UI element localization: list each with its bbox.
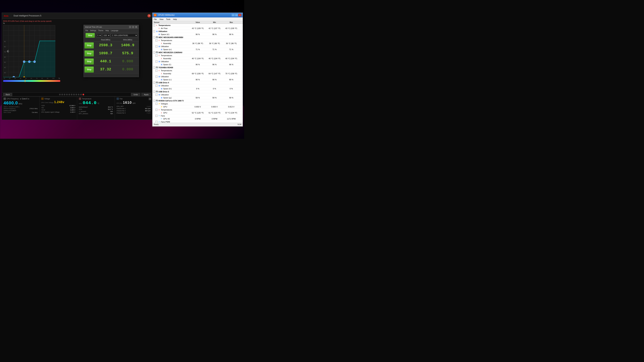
tree-expand-25[interactable]: - <box>153 100 155 102</box>
core-prev-btn[interactable]: ◄ <box>20 98 21 100</box>
tree-expand-5[interactable]: - <box>156 39 158 41</box>
tree-value-21: 0 % <box>189 88 206 90</box>
tree-item-0[interactable]: -🌡Temperatures <box>152 24 243 27</box>
tree-expand-26[interactable]: - <box>156 103 158 105</box>
tree-expand-30[interactable]: - <box>156 115 158 117</box>
tree-item-15[interactable]: -🌡Temperatures <box>152 69 243 72</box>
gear-button[interactable]: ⚙ <box>148 97 151 100</box>
close-button[interactable]: ✕ <box>148 14 151 17</box>
dot-11[interactable] <box>82 94 84 95</box>
hwmon-menu-file[interactable]: File <box>153 18 158 21</box>
tree-item-9[interactable]: -💾WDC WD10EZEX-21M2NA0 <box>152 51 243 54</box>
interval-menu-help[interactable]: Help <box>105 30 110 31</box>
disk-icon-4: 💾 <box>156 36 158 38</box>
dot-3[interactable] <box>64 94 66 95</box>
stop-btn-2[interactable]: Stop <box>84 50 94 56</box>
dot-6[interactable] <box>71 94 72 95</box>
tree-expand-15[interactable]: - <box>156 69 158 71</box>
tree-item-20[interactable]: -▦Utilization <box>152 84 243 87</box>
tree-item-30[interactable]: -⟳Fans <box>152 114 243 117</box>
dot-9[interactable] <box>78 94 80 95</box>
dot-10[interactable] <box>80 94 82 95</box>
drive-select[interactable]: C: 90% (428/476GiB) <box>111 34 138 37</box>
tree-item-19[interactable]: -💾USB Drive 4 <box>152 81 243 84</box>
core-next-btn[interactable]: ► <box>28 98 30 100</box>
tree-expand-22[interactable]: - <box>153 91 155 93</box>
tree-expand-10[interactable]: - <box>156 54 158 56</box>
tree-expand-0[interactable]: - <box>153 24 155 26</box>
tree-item-10[interactable]: -🌡Temperatures <box>152 54 243 57</box>
tree-label-22: USB Drive 5 <box>158 91 189 93</box>
tree-item-4[interactable]: -💾WDC WD15EARS-00MVWB0 <box>152 36 243 39</box>
top-stop-button[interactable]: Stop <box>86 33 95 38</box>
fan-label-opt: CPU_OPT <box>116 105 124 108</box>
interval-menu-language[interactable]: Language <box>110 30 119 31</box>
tree-value-3: 96 % <box>189 33 206 35</box>
core-nav: ◄ Core 0 ► <box>20 98 30 100</box>
interval-minimize-btn[interactable]: ─ <box>129 26 131 28</box>
interval-close-btn[interactable]: ✕ <box>135 26 137 28</box>
tree-expand-28[interactable]: - <box>156 109 158 111</box>
dot-2[interactable] <box>62 94 63 95</box>
interval-menu-theme[interactable]: Theme <box>98 30 104 31</box>
tree-expand-17[interactable]: - <box>156 76 158 78</box>
hwmon-close-btn[interactable]: ✕ <box>238 14 241 16</box>
tree-expand-4[interactable]: - <box>153 36 155 38</box>
hwmon-menu-view[interactable]: View <box>159 18 164 21</box>
hwmon-maximize-btn[interactable]: □ <box>235 14 238 16</box>
tree-expand-19[interactable]: - <box>153 82 155 84</box>
tree-expand-12[interactable]: - <box>156 60 158 62</box>
tree-expand-23[interactable]: - <box>156 94 158 96</box>
tree-max-1: 43 °C (109 °F) <box>223 27 240 29</box>
tree-item-32[interactable]: -⟳Fans PWM <box>152 120 243 123</box>
stop-btn-1[interactable]: Stop <box>84 42 94 48</box>
dot-8[interactable] <box>76 94 77 95</box>
hwmon-menu-help[interactable]: Help <box>172 18 178 21</box>
dot-4[interactable] <box>66 94 68 95</box>
chip-icon-21: ▦ <box>160 87 163 90</box>
hwmon-tree[interactable]: -🌡Temperatures🌡Air Flow43 °C (109 °F)42 … <box>152 24 243 123</box>
tree-expand-7[interactable]: - <box>156 45 158 47</box>
tree-item-7[interactable]: -▦Utilization <box>152 45 243 48</box>
hwmon-menu-tools[interactable]: Tools <box>165 18 171 21</box>
tree-item-17[interactable]: -▦Utilization <box>152 75 243 78</box>
tree-expand-14[interactable]: - <box>153 66 155 68</box>
tree-item-23[interactable]: -▦Utilization <box>152 93 243 96</box>
interval-select[interactable]: 5 <box>96 34 102 37</box>
svg-point-27 <box>13 76 15 77</box>
tree-item-25[interactable]: -💾NVIDIA GeForce GTX 1080 Ti <box>152 99 243 102</box>
tree-item-6: 🌡Assembly36 °C (96 °F)36 °C (96 °F)36 °C… <box>152 42 243 45</box>
size-select[interactable]: 1GB <box>102 34 110 37</box>
tree-item-2[interactable]: -▦Utilization <box>152 30 243 33</box>
interval-menu-settings[interactable]: Settings <box>90 30 97 31</box>
tree-item-12[interactable]: -▦Utilization <box>152 60 243 63</box>
dot-1[interactable] <box>59 94 61 95</box>
tree-expand-9[interactable]: - <box>153 51 155 53</box>
tree-expand-2[interactable]: - <box>153 30 155 32</box>
bench-write-3: 0.000 <box>117 59 139 63</box>
svg-text:ROG: ROG <box>4 15 8 17</box>
tree-label-2: Utilization <box>158 30 189 32</box>
tree-item-28[interactable]: -🌡Temperatures <box>152 108 243 111</box>
undo-button[interactable]: Undo <box>131 93 140 96</box>
apply-button[interactable]: Apply <box>142 93 151 96</box>
tree-expand-20[interactable]: - <box>156 85 158 87</box>
dot-7[interactable] <box>73 94 75 95</box>
interval-menu-file[interactable]: File <box>85 30 89 31</box>
tree-expand-32[interactable]: - <box>156 121 158 123</box>
tree-min-21: 0 % <box>206 88 223 90</box>
dot-5[interactable] <box>68 94 70 95</box>
bench-write-4: 0.000 <box>117 67 139 71</box>
tree-item-22[interactable]: -💾USB Drive 5 <box>152 90 243 93</box>
tree-label-28: Temperatures <box>161 109 189 111</box>
interval-maximize-btn[interactable]: □ <box>132 26 134 28</box>
fan-chart[interactable]: 90 80 70 60 50 40 30 <box>3 25 55 77</box>
tree-label-29: GPU <box>163 112 189 114</box>
back-button[interactable]: Back <box>3 93 12 96</box>
tree-item-14[interactable]: -💾TOSHIBA-RD400 <box>152 66 243 69</box>
stop-btn-4[interactable]: Stop <box>84 66 94 72</box>
stop-btn-3[interactable]: Stop <box>84 58 94 64</box>
tree-item-26[interactable]: -⚡Voltages <box>152 102 243 105</box>
hwmon-minimize-btn[interactable]: ─ <box>232 14 234 16</box>
tree-item-5[interactable]: -🌡Temperatures <box>152 39 243 42</box>
